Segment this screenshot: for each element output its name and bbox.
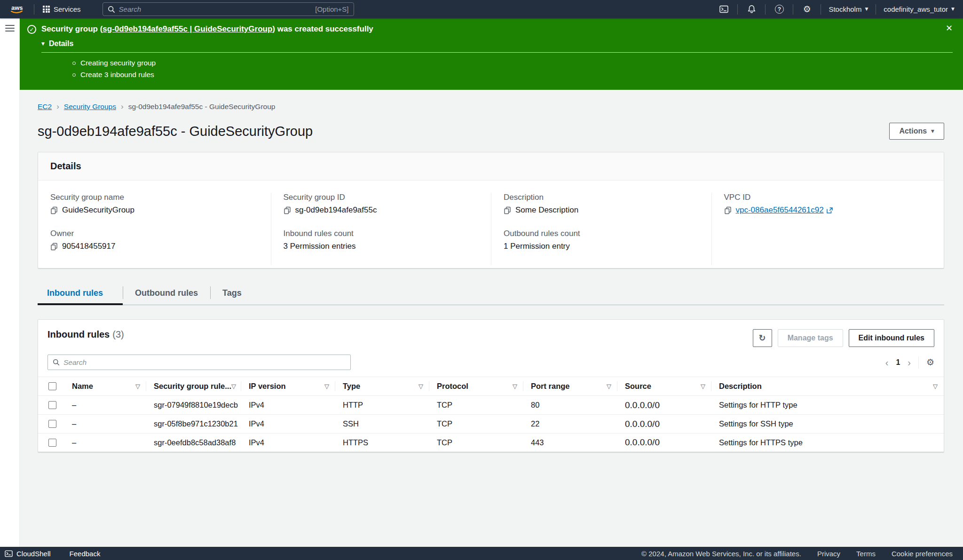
field-security-group-id: Security group ID sg-0d9eb194afe9af55c bbox=[284, 193, 479, 215]
copy-icon[interactable] bbox=[50, 243, 58, 251]
breadcrumb-current: sg-0d9eb194afe9af55c - GuideSecurityGrou… bbox=[128, 103, 276, 111]
footer-bar: CloudShell Feedback © 2024, Amazon Web S… bbox=[0, 547, 963, 560]
row-checkbox[interactable] bbox=[48, 439, 56, 447]
services-menu[interactable]: Services bbox=[41, 5, 83, 13]
inbound-rules-table: Name▽ Security group rule...▽ IP version… bbox=[38, 377, 944, 452]
nav-divider bbox=[793, 4, 793, 15]
inbound-rules-title: Inbound rules(3) bbox=[47, 329, 124, 340]
breadcrumb-ec2[interactable]: EC2 bbox=[38, 103, 52, 111]
filter-icon[interactable]: ▽ bbox=[135, 383, 140, 390]
copy-icon[interactable] bbox=[724, 206, 732, 214]
notifications-bell-icon[interactable] bbox=[745, 5, 758, 14]
region-selector[interactable]: Stockholm ▼ bbox=[829, 5, 868, 13]
nav-divider bbox=[34, 4, 34, 15]
copy-icon[interactable] bbox=[504, 206, 511, 214]
tab-inbound-rules[interactable]: Inbound rules bbox=[38, 283, 123, 305]
nav-divider bbox=[737, 4, 738, 15]
tab-tags[interactable]: Tags bbox=[210, 283, 254, 305]
table-row[interactable]: – sgr-05f8be971c1230b21 IPv4 SSH TCP 22 … bbox=[38, 414, 944, 433]
list-item: Creating security group bbox=[72, 59, 953, 67]
table-search-box[interactable] bbox=[47, 355, 351, 370]
account-label: codefinity_aws_tutor bbox=[884, 5, 948, 13]
footer-copyright: © 2024, Amazon Web Services, Inc. or its… bbox=[641, 550, 801, 558]
inbound-rules-count-badge: (3) bbox=[112, 329, 124, 339]
filter-icon[interactable]: ▽ bbox=[324, 383, 329, 390]
cloudshell-terminal-icon bbox=[5, 550, 13, 557]
external-link-icon bbox=[826, 207, 833, 214]
filter-icon[interactable]: ▽ bbox=[607, 383, 611, 390]
refresh-button[interactable]: ↻ bbox=[753, 329, 772, 347]
edit-inbound-rules-button[interactable]: Edit inbound rules bbox=[849, 329, 934, 347]
footer-terms-link[interactable]: Terms bbox=[856, 550, 876, 558]
copy-icon[interactable] bbox=[50, 206, 58, 214]
table-row[interactable]: – sgr-0eefdb8c58ad38af8 IPv4 HTTPS TCP 4… bbox=[38, 433, 944, 452]
nav-divider bbox=[876, 4, 876, 15]
page-number[interactable]: 1 bbox=[896, 358, 900, 367]
account-menu[interactable]: codefinity_aws_tutor ▼ bbox=[884, 5, 955, 13]
cloudshell-icon[interactable] bbox=[718, 5, 730, 13]
select-all-checkbox[interactable] bbox=[48, 382, 56, 390]
field-inbound-rules-count: Inbound rules count 3 Permission entries bbox=[284, 229, 479, 251]
field-outbound-rules-count: Outbound rules count 1 Permission entry bbox=[504, 229, 699, 251]
footer-cookie-preferences-link[interactable]: Cookie preferences bbox=[892, 550, 953, 558]
search-shortcut-hint: [Option+S] bbox=[315, 5, 348, 13]
flashbar-details-toggle[interactable]: ▼ Details bbox=[41, 39, 73, 48]
list-item: Create 3 inbound rules bbox=[72, 71, 953, 79]
next-page-icon[interactable]: › bbox=[908, 358, 911, 367]
row-checkbox[interactable] bbox=[48, 420, 56, 428]
breadcrumb: EC2 › Security Groups › sg-0d9eb194afe9a… bbox=[38, 102, 944, 111]
page-title: sg-0d9eb194afe9af55c - GuideSecurityGrou… bbox=[38, 124, 313, 139]
breadcrumb-separator-icon: › bbox=[56, 102, 59, 111]
pagination: ‹ 1 › ⚙ bbox=[885, 356, 934, 369]
aws-logo[interactable]: aws bbox=[8, 4, 25, 15]
table-search-input[interactable] bbox=[63, 358, 346, 367]
search-icon bbox=[108, 6, 115, 13]
bullet-icon bbox=[72, 62, 76, 65]
search-icon bbox=[53, 359, 60, 366]
details-panel: Details Security group name GuideSecurit… bbox=[38, 152, 944, 268]
pager-divider bbox=[918, 356, 919, 369]
services-grid-icon bbox=[43, 6, 50, 13]
tab-bar: Inbound rules Outbound rules Tags bbox=[38, 283, 944, 305]
close-icon[interactable]: ✕ bbox=[946, 24, 953, 32]
chevron-down-icon: ▼ bbox=[931, 129, 934, 134]
table-preferences-gear-icon[interactable]: ⚙ bbox=[926, 358, 934, 367]
inbound-rules-panel: Inbound rules(3) ↻ Manage tags Edit inbo… bbox=[38, 319, 944, 452]
table-header-row: Name▽ Security group rule...▽ IP version… bbox=[38, 377, 944, 395]
global-search-input[interactable] bbox=[119, 5, 312, 13]
menu-hamburger-icon[interactable] bbox=[5, 25, 15, 32]
actions-button[interactable]: Actions ▼ bbox=[889, 123, 944, 140]
field-security-group-name: Security group name GuideSecurityGroup bbox=[50, 193, 259, 215]
field-description: Description Some Description bbox=[504, 193, 699, 215]
footer-feedback-link[interactable]: Feedback bbox=[70, 550, 101, 558]
row-checkbox[interactable] bbox=[48, 401, 56, 409]
vpc-id-link[interactable]: vpc-086ae5f6544261c92 bbox=[736, 205, 833, 215]
filter-icon[interactable]: ▽ bbox=[418, 383, 423, 390]
flashbar-message: Security group (sg-0d9eb194afe9af55c | G… bbox=[41, 24, 373, 34]
breadcrumb-security-groups[interactable]: Security Groups bbox=[64, 103, 116, 111]
manage-tags-button[interactable]: Manage tags bbox=[778, 329, 843, 347]
chevron-down-icon: ▼ bbox=[865, 7, 868, 11]
table-row[interactable]: – sgr-07949f8810e19decb IPv4 HTTP TCP 80… bbox=[38, 395, 944, 414]
side-navigation-rail bbox=[0, 18, 20, 547]
filter-icon[interactable]: ▽ bbox=[701, 383, 705, 390]
previous-page-icon[interactable]: ‹ bbox=[885, 358, 889, 367]
details-panel-header: Details bbox=[38, 152, 944, 181]
filter-icon[interactable]: ▽ bbox=[231, 383, 236, 390]
flashbar-divider bbox=[41, 52, 953, 53]
flashbar-step-list: Creating security group Create 3 inbound… bbox=[72, 59, 953, 79]
footer-cloudshell-button[interactable]: CloudShell bbox=[5, 550, 51, 558]
region-label: Stockholm bbox=[829, 5, 861, 13]
security-group-link[interactable]: sg-0d9eb194afe9af55c | GuideSecurityGrou… bbox=[103, 24, 272, 33]
global-search-box[interactable]: [Option+S] bbox=[103, 2, 354, 16]
tab-outbound-rules[interactable]: Outbound rules bbox=[123, 283, 210, 305]
copy-icon[interactable] bbox=[284, 206, 291, 214]
chevron-down-icon: ▼ bbox=[41, 42, 45, 46]
footer-privacy-link[interactable]: Privacy bbox=[817, 550, 840, 558]
help-icon[interactable]: ? bbox=[773, 5, 785, 14]
settings-gear-icon[interactable]: ⚙ bbox=[801, 5, 813, 14]
filter-icon[interactable]: ▽ bbox=[933, 383, 938, 390]
aws-logo-text: aws bbox=[11, 4, 23, 11]
filter-icon[interactable]: ▽ bbox=[513, 383, 517, 390]
top-navigation-bar: aws Services [Option+S] ? ⚙ bbox=[0, 0, 963, 18]
